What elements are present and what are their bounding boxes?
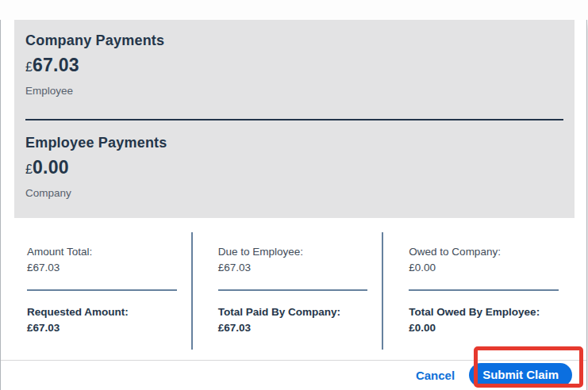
column-rule: [409, 289, 559, 291]
column-bold-label: Total Owed By Employee:: [409, 305, 559, 319]
payment-summary-panel: Company Payments £67.03 Employee Employe…: [14, 20, 575, 218]
section-subtitle: Employee: [25, 84, 563, 98]
column-bold-value: £67.03: [27, 321, 177, 335]
totals-columns: Amount Total: £67.03 Requested Amount: £…: [14, 232, 573, 350]
column-bold-value: £0.00: [409, 321, 559, 335]
section-title: Company Payments: [25, 31, 563, 50]
column-bold-value: £67.03: [218, 321, 368, 335]
section-title: Employee Payments: [25, 133, 563, 152]
amount-value: 67.03: [33, 55, 79, 75]
section-amount: £0.00: [25, 155, 563, 182]
column-rule: [27, 289, 177, 291]
cancel-button[interactable]: Cancel: [416, 369, 455, 382]
column-bold-label: Total Paid By Company:: [218, 305, 368, 319]
column-value: £67.03: [27, 261, 177, 275]
column-amount-total: Amount Total: £67.03 Requested Amount: £…: [14, 232, 191, 350]
submit-claim-button[interactable]: Submit Claim: [469, 363, 572, 387]
column-rule: [218, 289, 368, 291]
currency-symbol: £: [25, 60, 33, 74]
column-label: Amount Total:: [27, 245, 177, 259]
employee-payments-section: Employee Payments £0.00 Company: [25, 133, 563, 201]
column-value: £0.00: [409, 261, 559, 275]
dialog-footer: Cancel Submit Claim: [1, 360, 586, 389]
claim-summary-dialog: Company Payments £67.03 Employee Employe…: [0, 20, 587, 390]
column-value: £67.03: [218, 261, 368, 275]
section-subtitle: Company: [25, 186, 563, 201]
amount-value: 0.00: [33, 157, 69, 178]
section-amount: £67.03: [25, 53, 563, 79]
column-owed-to-company: Owed to Company: £0.00 Total Owed By Emp…: [382, 232, 573, 350]
column-due-to-employee: Due to Employee: £67.03 Total Paid By Co…: [191, 232, 382, 350]
column-label: Due to Employee:: [218, 245, 368, 259]
column-bold-label: Requested Amount:: [27, 305, 177, 319]
company-payments-section: Company Payments £67.03 Employee: [25, 31, 563, 98]
section-divider: [25, 119, 563, 120]
column-label: Owed to Company:: [409, 245, 559, 259]
currency-symbol: £: [25, 162, 33, 176]
